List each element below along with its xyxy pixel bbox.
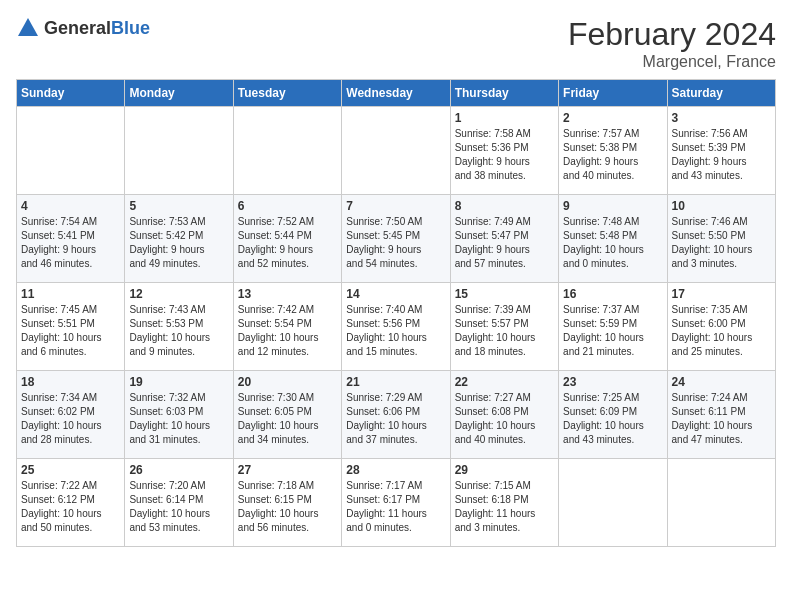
day-number: 1	[455, 111, 554, 125]
header-row: SundayMondayTuesdayWednesdayThursdayFrid…	[17, 80, 776, 107]
day-cell: 25Sunrise: 7:22 AM Sunset: 6:12 PM Dayli…	[17, 459, 125, 547]
week-row-4: 18Sunrise: 7:34 AM Sunset: 6:02 PM Dayli…	[17, 371, 776, 459]
day-cell: 18Sunrise: 7:34 AM Sunset: 6:02 PM Dayli…	[17, 371, 125, 459]
day-info: Sunrise: 7:37 AM Sunset: 5:59 PM Dayligh…	[563, 303, 662, 359]
day-cell: 24Sunrise: 7:24 AM Sunset: 6:11 PM Dayli…	[667, 371, 775, 459]
day-number: 5	[129, 199, 228, 213]
day-number: 7	[346, 199, 445, 213]
day-cell: 16Sunrise: 7:37 AM Sunset: 5:59 PM Dayli…	[559, 283, 667, 371]
svg-marker-0	[18, 18, 38, 36]
header-cell-friday: Friday	[559, 80, 667, 107]
day-cell: 3Sunrise: 7:56 AM Sunset: 5:39 PM Daylig…	[667, 107, 775, 195]
day-cell: 7Sunrise: 7:50 AM Sunset: 5:45 PM Daylig…	[342, 195, 450, 283]
calendar-header: SundayMondayTuesdayWednesdayThursdayFrid…	[17, 80, 776, 107]
day-number: 6	[238, 199, 337, 213]
day-info: Sunrise: 7:20 AM Sunset: 6:14 PM Dayligh…	[129, 479, 228, 535]
day-number: 26	[129, 463, 228, 477]
day-info: Sunrise: 7:27 AM Sunset: 6:08 PM Dayligh…	[455, 391, 554, 447]
day-number: 24	[672, 375, 771, 389]
day-info: Sunrise: 7:49 AM Sunset: 5:47 PM Dayligh…	[455, 215, 554, 271]
day-cell	[667, 459, 775, 547]
day-cell	[233, 107, 341, 195]
day-number: 27	[238, 463, 337, 477]
day-info: Sunrise: 7:42 AM Sunset: 5:54 PM Dayligh…	[238, 303, 337, 359]
day-info: Sunrise: 7:48 AM Sunset: 5:48 PM Dayligh…	[563, 215, 662, 271]
day-info: Sunrise: 7:29 AM Sunset: 6:06 PM Dayligh…	[346, 391, 445, 447]
day-cell: 14Sunrise: 7:40 AM Sunset: 5:56 PM Dayli…	[342, 283, 450, 371]
logo-blue: Blue	[111, 18, 150, 38]
title-block: February 2024 Margencel, France	[568, 16, 776, 71]
day-cell: 22Sunrise: 7:27 AM Sunset: 6:08 PM Dayli…	[450, 371, 558, 459]
day-cell: 4Sunrise: 7:54 AM Sunset: 5:41 PM Daylig…	[17, 195, 125, 283]
day-info: Sunrise: 7:57 AM Sunset: 5:38 PM Dayligh…	[563, 127, 662, 183]
day-info: Sunrise: 7:35 AM Sunset: 6:00 PM Dayligh…	[672, 303, 771, 359]
day-info: Sunrise: 7:40 AM Sunset: 5:56 PM Dayligh…	[346, 303, 445, 359]
day-number: 28	[346, 463, 445, 477]
header-cell-sunday: Sunday	[17, 80, 125, 107]
header-cell-wednesday: Wednesday	[342, 80, 450, 107]
day-cell: 8Sunrise: 7:49 AM Sunset: 5:47 PM Daylig…	[450, 195, 558, 283]
day-number: 25	[21, 463, 120, 477]
day-cell: 21Sunrise: 7:29 AM Sunset: 6:06 PM Dayli…	[342, 371, 450, 459]
logo: GeneralBlue	[16, 16, 150, 40]
day-cell: 10Sunrise: 7:46 AM Sunset: 5:50 PM Dayli…	[667, 195, 775, 283]
day-cell	[559, 459, 667, 547]
day-info: Sunrise: 7:54 AM Sunset: 5:41 PM Dayligh…	[21, 215, 120, 271]
day-info: Sunrise: 7:22 AM Sunset: 6:12 PM Dayligh…	[21, 479, 120, 535]
logo-general: General	[44, 18, 111, 38]
day-info: Sunrise: 7:18 AM Sunset: 6:15 PM Dayligh…	[238, 479, 337, 535]
day-cell: 19Sunrise: 7:32 AM Sunset: 6:03 PM Dayli…	[125, 371, 233, 459]
page-header: GeneralBlue February 2024 Margencel, Fra…	[16, 16, 776, 71]
day-cell: 2Sunrise: 7:57 AM Sunset: 5:38 PM Daylig…	[559, 107, 667, 195]
day-info: Sunrise: 7:53 AM Sunset: 5:42 PM Dayligh…	[129, 215, 228, 271]
day-info: Sunrise: 7:34 AM Sunset: 6:02 PM Dayligh…	[21, 391, 120, 447]
day-cell: 9Sunrise: 7:48 AM Sunset: 5:48 PM Daylig…	[559, 195, 667, 283]
day-info: Sunrise: 7:24 AM Sunset: 6:11 PM Dayligh…	[672, 391, 771, 447]
day-info: Sunrise: 7:39 AM Sunset: 5:57 PM Dayligh…	[455, 303, 554, 359]
week-row-1: 1Sunrise: 7:58 AM Sunset: 5:36 PM Daylig…	[17, 107, 776, 195]
day-number: 23	[563, 375, 662, 389]
day-number: 21	[346, 375, 445, 389]
day-number: 18	[21, 375, 120, 389]
week-row-5: 25Sunrise: 7:22 AM Sunset: 6:12 PM Dayli…	[17, 459, 776, 547]
week-row-3: 11Sunrise: 7:45 AM Sunset: 5:51 PM Dayli…	[17, 283, 776, 371]
day-info: Sunrise: 7:52 AM Sunset: 5:44 PM Dayligh…	[238, 215, 337, 271]
day-cell: 23Sunrise: 7:25 AM Sunset: 6:09 PM Dayli…	[559, 371, 667, 459]
day-info: Sunrise: 7:43 AM Sunset: 5:53 PM Dayligh…	[129, 303, 228, 359]
day-cell: 27Sunrise: 7:18 AM Sunset: 6:15 PM Dayli…	[233, 459, 341, 547]
day-info: Sunrise: 7:46 AM Sunset: 5:50 PM Dayligh…	[672, 215, 771, 271]
day-info: Sunrise: 7:17 AM Sunset: 6:17 PM Dayligh…	[346, 479, 445, 535]
header-cell-saturday: Saturday	[667, 80, 775, 107]
day-number: 2	[563, 111, 662, 125]
day-info: Sunrise: 7:56 AM Sunset: 5:39 PM Dayligh…	[672, 127, 771, 183]
day-cell: 28Sunrise: 7:17 AM Sunset: 6:17 PM Dayli…	[342, 459, 450, 547]
day-number: 4	[21, 199, 120, 213]
day-number: 15	[455, 287, 554, 301]
calendar-body: 1Sunrise: 7:58 AM Sunset: 5:36 PM Daylig…	[17, 107, 776, 547]
day-info: Sunrise: 7:45 AM Sunset: 5:51 PM Dayligh…	[21, 303, 120, 359]
day-number: 16	[563, 287, 662, 301]
day-cell: 29Sunrise: 7:15 AM Sunset: 6:18 PM Dayli…	[450, 459, 558, 547]
day-number: 8	[455, 199, 554, 213]
logo-icon	[16, 16, 40, 40]
day-number: 13	[238, 287, 337, 301]
day-cell: 13Sunrise: 7:42 AM Sunset: 5:54 PM Dayli…	[233, 283, 341, 371]
header-cell-thursday: Thursday	[450, 80, 558, 107]
day-number: 20	[238, 375, 337, 389]
day-number: 19	[129, 375, 228, 389]
day-info: Sunrise: 7:58 AM Sunset: 5:36 PM Dayligh…	[455, 127, 554, 183]
calendar-title: February 2024	[568, 16, 776, 53]
day-cell: 12Sunrise: 7:43 AM Sunset: 5:53 PM Dayli…	[125, 283, 233, 371]
day-cell	[17, 107, 125, 195]
day-cell: 6Sunrise: 7:52 AM Sunset: 5:44 PM Daylig…	[233, 195, 341, 283]
day-cell	[125, 107, 233, 195]
day-number: 22	[455, 375, 554, 389]
day-number: 17	[672, 287, 771, 301]
day-cell: 20Sunrise: 7:30 AM Sunset: 6:05 PM Dayli…	[233, 371, 341, 459]
day-cell: 17Sunrise: 7:35 AM Sunset: 6:00 PM Dayli…	[667, 283, 775, 371]
day-cell	[342, 107, 450, 195]
day-number: 9	[563, 199, 662, 213]
calendar-table: SundayMondayTuesdayWednesdayThursdayFrid…	[16, 79, 776, 547]
day-number: 11	[21, 287, 120, 301]
day-cell: 11Sunrise: 7:45 AM Sunset: 5:51 PM Dayli…	[17, 283, 125, 371]
